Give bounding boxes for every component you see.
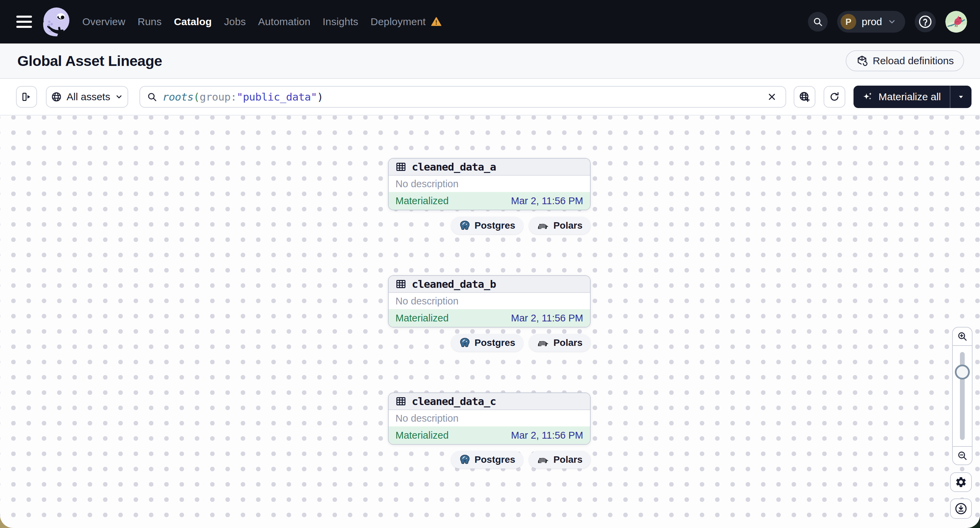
reload-definitions-button[interactable]: Reload definitions: [846, 50, 964, 71]
kind-tag-label: Polars: [553, 220, 582, 231]
asset-node-body: No description: [389, 410, 590, 427]
caret-down-icon: [956, 92, 966, 101]
asset-node-header: cleaned_data_c: [389, 393, 590, 410]
asset-node-header: cleaned_data_a: [389, 159, 590, 176]
kind-tag-polars: Polars: [529, 217, 591, 235]
asset-selection-input[interactable]: roots(group:"public_data"): [139, 86, 786, 108]
search-button[interactable]: [808, 12, 828, 32]
table-icon: [396, 162, 406, 172]
add-scope-button[interactable]: [794, 86, 815, 108]
asset-description: No description: [396, 413, 458, 424]
refresh-icon: [829, 91, 840, 102]
polars-icon: [537, 221, 549, 230]
lineage-canvas: cleaned_data_a No description Materializ…: [0, 116, 980, 528]
nav-item-overview[interactable]: Overview: [82, 16, 126, 27]
asset-description: No description: [396, 296, 458, 307]
refresh-button[interactable]: [824, 86, 845, 108]
nav-item-insights[interactable]: Insights: [323, 16, 358, 27]
gear-icon: [955, 476, 967, 488]
close-icon: [767, 92, 777, 102]
menu-icon[interactable]: [16, 16, 32, 28]
chevron-down-icon: [888, 17, 896, 26]
asset-scope-label: All assets: [67, 91, 110, 103]
zoom-in-button[interactable]: [953, 328, 972, 346]
navbar-right: P prod: [808, 11, 967, 33]
user-avatar[interactable]: [945, 11, 967, 33]
search-icon: [813, 17, 823, 27]
environment-name: prod: [862, 16, 882, 27]
avatar-bird-icon: [945, 11, 967, 33]
zoom-slider-thumb[interactable]: [955, 365, 970, 379]
nav-item-catalog[interactable]: Catalog: [174, 16, 212, 27]
asset-node-body: No description: [389, 293, 590, 309]
zoom-out-button[interactable]: [953, 446, 972, 465]
asset-status: Materialized: [396, 312, 449, 324]
globe-icon: [51, 91, 62, 102]
asset-node-cleaned-data-b[interactable]: cleaned_data_b No description Materializ…: [388, 275, 591, 328]
kind-tag-polars: Polars: [529, 334, 591, 352]
asset-node-header: cleaned_data_b: [389, 276, 590, 293]
asset-node-cleaned-data-c[interactable]: cleaned_data_c No description Materializ…: [388, 392, 591, 445]
dagster-logo-icon[interactable]: [40, 5, 73, 38]
asset-status: Materialized: [396, 195, 449, 206]
page-header: Global Asset Lineage Reload definitions: [0, 43, 980, 79]
asset-name: cleaned_data_c: [412, 395, 496, 407]
asset-status-time[interactable]: Mar 2, 11:56 PM: [511, 430, 583, 441]
page-title: Global Asset Lineage: [18, 53, 162, 69]
postgres-icon: [459, 454, 471, 466]
kind-tag-postgres: Postgres: [451, 451, 523, 469]
polars-icon: [537, 455, 549, 464]
polars-icon: [537, 338, 549, 347]
asset-node-cleaned-data-a[interactable]: cleaned_data_a No description Materializ…: [388, 158, 591, 210]
kind-tag-postgres: Postgres: [451, 217, 523, 235]
asset-scope-dropdown[interactable]: All assets: [46, 86, 128, 108]
postgres-icon: [459, 337, 471, 349]
deployment-warning-icon: [431, 16, 442, 27]
asset-node-body: No description: [389, 176, 590, 192]
clear-search-button[interactable]: [764, 89, 780, 104]
table-icon: [396, 279, 406, 290]
asset-name: cleaned_data_a: [412, 161, 496, 173]
kind-tag-label: Postgres: [475, 220, 515, 231]
asset-status: Materialized: [396, 430, 449, 441]
download-graph-button[interactable]: [950, 498, 972, 519]
nav-item-deployment[interactable]: Deployment: [371, 16, 426, 27]
asset-kind-tags: Postgres Polars: [388, 217, 591, 235]
asset-selection-query: roots(group:"public_data"): [162, 91, 323, 103]
materialize-all-button[interactable]: Materialize all: [853, 86, 950, 108]
environment-switcher[interactable]: P prod: [837, 11, 905, 33]
top-navbar: Overview Runs Catalog Jobs Automation In…: [0, 0, 980, 43]
materialize-options-button[interactable]: [950, 86, 972, 108]
asset-kind-tags: Postgres Polars: [388, 451, 591, 469]
asset-name: cleaned_data_b: [412, 278, 496, 290]
zoom-out-icon: [957, 450, 968, 461]
reload-definitions-label: Reload definitions: [873, 55, 954, 67]
zoom-slider[interactable]: [953, 346, 972, 446]
panel-toggle-icon: [21, 91, 32, 102]
help-button[interactable]: [915, 11, 936, 32]
environment-badge: P: [841, 14, 856, 30]
asset-description: No description: [396, 178, 458, 190]
nav-item-automation[interactable]: Automation: [258, 16, 310, 27]
kind-tag-postgres: Postgres: [451, 334, 523, 352]
asset-status-time[interactable]: Mar 2, 11:56 PM: [511, 312, 583, 324]
materialize-all-label: Materialize all: [879, 91, 941, 103]
main-nav: Overview Runs Catalog Jobs Automation In…: [82, 16, 442, 27]
kind-tag-label: Polars: [553, 338, 582, 348]
globe-plus-icon: [799, 91, 810, 103]
asset-status-time[interactable]: Mar 2, 11:56 PM: [511, 195, 583, 206]
chevron-down-icon: [115, 93, 123, 101]
search-icon: [147, 92, 157, 102]
graph-settings-button[interactable]: [950, 472, 972, 492]
asset-node-status-bar: Materialized Mar 2, 11:56 PM: [389, 427, 590, 444]
table-icon: [396, 396, 406, 407]
cube-reload-icon: [856, 55, 868, 67]
asset-node-status-bar: Materialized Mar 2, 11:56 PM: [389, 309, 590, 327]
nav-item-runs[interactable]: Runs: [138, 16, 162, 27]
kind-tag-label: Postgres: [475, 454, 515, 465]
sparkles-icon: [862, 91, 873, 102]
zoom-in-icon: [957, 331, 968, 342]
open-left-panel-button[interactable]: [16, 86, 37, 108]
graph-viewport[interactable]: cleaned_data_a No description Materializ…: [0, 116, 980, 528]
nav-item-jobs[interactable]: Jobs: [224, 16, 246, 27]
